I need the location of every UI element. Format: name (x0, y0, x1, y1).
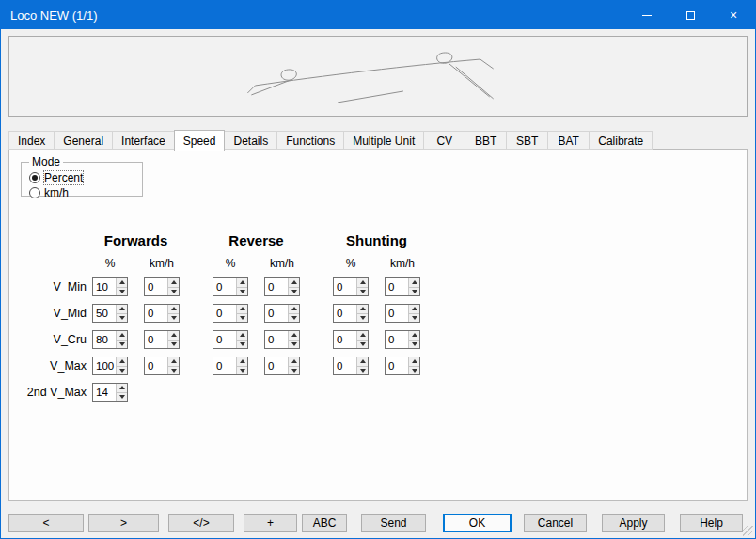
spinner-forwards-kmh-vmin[interactable]: 0 (144, 277, 180, 296)
spinner-forwards-kmh-vmid[interactable]: 0 (144, 304, 180, 323)
spin-up-icon[interactable] (357, 357, 368, 367)
spinner-forwards-kmh-vcru[interactable]: 0 (144, 330, 180, 349)
spin-up-icon[interactable] (409, 331, 419, 341)
ok-button[interactable]: OK (443, 514, 512, 532)
add-button[interactable]: + (244, 514, 297, 532)
minimize-button[interactable] (625, 1, 669, 29)
spinner-forwards-pct-2nd-vmax[interactable]: 14 (92, 383, 128, 402)
abc-button[interactable]: ABC (302, 514, 347, 532)
spin-up-icon[interactable] (289, 357, 299, 367)
spin-up-icon[interactable] (289, 331, 299, 341)
spin-down-icon[interactable] (237, 367, 247, 375)
spin-down-icon[interactable] (409, 367, 419, 375)
spinner-reverse-pct-vcru[interactable]: 0 (213, 330, 248, 349)
spin-up-icon[interactable] (168, 331, 179, 341)
spin-down-icon[interactable] (237, 288, 247, 296)
spinner-shunting-pct-vmin[interactable]: 0 (333, 277, 369, 296)
spin-up-icon[interactable] (168, 357, 179, 367)
spin-down-icon[interactable] (357, 288, 368, 296)
apply-button[interactable]: Apply (602, 514, 665, 532)
spin-up-icon[interactable] (357, 278, 368, 288)
tab-interface[interactable]: Interface (113, 131, 175, 150)
spin-down-icon[interactable] (289, 314, 299, 323)
spinner-reverse-pct-vmid[interactable]: 0 (213, 304, 248, 323)
spin-down-icon[interactable] (289, 288, 299, 296)
spin-up-icon[interactable] (409, 278, 419, 288)
spinner-forwards-kmh-vmax[interactable]: 0 (144, 357, 180, 375)
tab-general[interactable]: General (55, 131, 113, 150)
spin-down-icon[interactable] (168, 288, 179, 296)
spin-down-icon[interactable] (289, 341, 299, 349)
spinner-shunting-kmh-vmid[interactable]: 0 (385, 304, 420, 323)
maximize-button[interactable] (669, 1, 712, 29)
next-button[interactable]: > (88, 514, 159, 532)
close-button[interactable]: × (712, 1, 755, 29)
spinner-reverse-kmh-vmin[interactable]: 0 (264, 277, 300, 296)
spin-up-icon[interactable] (409, 357, 419, 367)
spinner-shunting-kmh-vcru[interactable]: 0 (385, 330, 420, 349)
spin-up-icon[interactable] (237, 331, 247, 341)
spinner-shunting-pct-vcru[interactable]: 0 (333, 330, 369, 349)
titlebar[interactable]: Loco NEW (1/1) × (1, 1, 755, 29)
cancel-button[interactable]: Cancel (524, 514, 587, 532)
spin-up-icon[interactable] (237, 278, 247, 288)
tab-speed[interactable]: Speed (174, 130, 226, 151)
tab-bbt[interactable]: BBT (465, 131, 507, 150)
tab-multiple-unit[interactable]: Multiple Unit (344, 131, 424, 150)
spinner-reverse-kmh-vcru[interactable]: 0 (264, 330, 300, 349)
spin-down-icon[interactable] (117, 288, 127, 296)
tab-functions[interactable]: Functions (277, 131, 344, 150)
spin-down-icon[interactable] (168, 314, 179, 323)
spin-down-icon[interactable] (409, 314, 419, 323)
resize-grip[interactable] (743, 526, 753, 536)
spin-up-icon[interactable] (289, 305, 299, 314)
spinner-reverse-kmh-vmid[interactable]: 0 (264, 304, 300, 323)
spinner-shunting-kmh-vmax[interactable]: 0 (385, 357, 420, 375)
spin-down-icon[interactable] (357, 341, 368, 349)
tab-bat[interactable]: BAT (548, 131, 590, 150)
spin-down-icon[interactable] (409, 341, 419, 349)
spin-down-icon[interactable] (357, 314, 368, 323)
tab-sbt[interactable]: SBT (507, 131, 548, 150)
tab-index[interactable]: Index (8, 131, 55, 150)
spinner-forwards-pct-vmax[interactable]: 100 (92, 357, 128, 375)
spin-up-icon[interactable] (409, 305, 419, 314)
spin-down-icon[interactable] (289, 367, 299, 375)
spin-down-icon[interactable] (409, 288, 419, 296)
spin-down-icon[interactable] (357, 367, 368, 375)
spin-up-icon[interactable] (117, 331, 127, 341)
tab-details[interactable]: Details (225, 131, 277, 150)
tab-calibrate[interactable]: Calibrate (590, 131, 653, 150)
spinner-reverse-pct-vmin[interactable]: 0 (213, 277, 248, 296)
code-view-button[interactable]: </> (168, 514, 234, 532)
spin-down-icon[interactable] (117, 314, 127, 323)
spinner-reverse-kmh-vmax[interactable]: 0 (264, 357, 300, 375)
spinner-shunting-pct-vmax[interactable]: 0 (333, 357, 369, 375)
spin-up-icon[interactable] (117, 305, 127, 314)
spin-up-icon[interactable] (117, 278, 127, 288)
spinner-forwards-pct-vmin[interactable]: 10 (92, 277, 128, 296)
spin-up-icon[interactable] (357, 305, 368, 314)
spin-down-icon[interactable] (237, 341, 247, 349)
spin-up-icon[interactable] (168, 305, 179, 314)
spinner-forwards-pct-vcru[interactable]: 80 (92, 330, 128, 349)
prev-button[interactable]: < (8, 514, 84, 532)
radio-percent[interactable]: Percent (29, 171, 83, 184)
spin-down-icon[interactable] (117, 341, 127, 349)
spin-down-icon[interactable] (117, 367, 127, 375)
spin-up-icon[interactable] (237, 305, 247, 314)
spin-up-icon[interactable] (117, 384, 127, 393)
spin-down-icon[interactable] (117, 393, 127, 402)
radio-kmh[interactable]: km/h (29, 186, 69, 199)
spinner-shunting-pct-vmid[interactable]: 0 (333, 304, 369, 323)
send-button[interactable]: Send (361, 514, 426, 532)
spin-up-icon[interactable] (357, 331, 368, 341)
spin-down-icon[interactable] (168, 367, 179, 375)
spin-up-icon[interactable] (168, 278, 179, 288)
spin-down-icon[interactable] (168, 341, 179, 349)
spin-up-icon[interactable] (289, 278, 299, 288)
spin-up-icon[interactable] (117, 357, 127, 367)
help-button[interactable]: Help (680, 514, 743, 532)
spinner-shunting-kmh-vmin[interactable]: 0 (385, 277, 420, 296)
spinner-reverse-pct-vmax[interactable]: 0 (213, 357, 248, 375)
